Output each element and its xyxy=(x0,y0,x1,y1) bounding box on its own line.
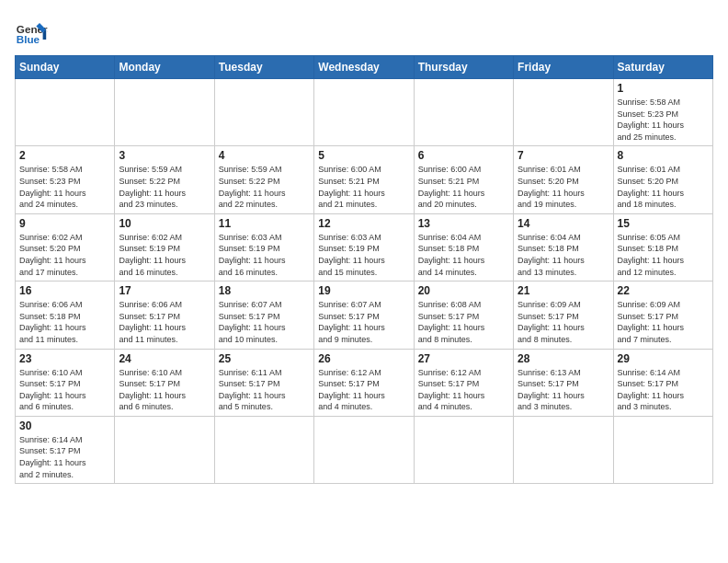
weekday-header-friday: Friday xyxy=(514,56,613,79)
calendar-cell: 21Sunrise: 6:09 AM Sunset: 5:17 PM Dayli… xyxy=(514,282,613,349)
calendar-cell: 3Sunrise: 5:59 AM Sunset: 5:22 PM Daylig… xyxy=(115,146,214,213)
calendar-cell: 2Sunrise: 5:58 AM Sunset: 5:23 PM Daylig… xyxy=(16,146,115,213)
day-number: 13 xyxy=(418,217,509,230)
day-info: Sunrise: 6:01 AM Sunset: 5:20 PM Dayligh… xyxy=(618,164,709,210)
calendar-cell: 10Sunrise: 6:02 AM Sunset: 5:19 PM Dayli… xyxy=(115,213,214,281)
day-number: 14 xyxy=(518,217,609,230)
day-number: 9 xyxy=(19,217,110,230)
weekday-header-wednesday: Wednesday xyxy=(314,56,414,79)
calendar-cell: 14Sunrise: 6:04 AM Sunset: 5:18 PM Dayli… xyxy=(514,213,613,281)
day-number: 26 xyxy=(318,352,409,365)
day-info: Sunrise: 6:00 AM Sunset: 5:21 PM Dayligh… xyxy=(418,164,509,210)
day-info: Sunrise: 6:02 AM Sunset: 5:19 PM Dayligh… xyxy=(119,232,210,278)
day-info: Sunrise: 6:13 AM Sunset: 5:17 PM Dayligh… xyxy=(518,367,609,413)
calendar-cell: 27Sunrise: 6:12 AM Sunset: 5:17 PM Dayli… xyxy=(414,349,513,416)
day-info: Sunrise: 6:14 AM Sunset: 5:17 PM Dayligh… xyxy=(19,434,110,480)
day-info: Sunrise: 6:04 AM Sunset: 5:18 PM Dayligh… xyxy=(418,232,509,278)
weekday-header-tuesday: Tuesday xyxy=(214,56,313,79)
day-number: 7 xyxy=(518,149,609,162)
calendar-cell xyxy=(214,79,313,146)
calendar-cell: 4Sunrise: 5:59 AM Sunset: 5:22 PM Daylig… xyxy=(214,146,313,213)
day-number: 28 xyxy=(518,352,609,365)
calendar-cell: 1Sunrise: 5:58 AM Sunset: 5:23 PM Daylig… xyxy=(613,79,712,146)
day-info: Sunrise: 5:58 AM Sunset: 5:23 PM Dayligh… xyxy=(618,97,709,143)
day-number: 27 xyxy=(418,352,509,365)
day-info: Sunrise: 6:07 AM Sunset: 5:17 PM Dayligh… xyxy=(318,299,409,345)
day-info: Sunrise: 6:07 AM Sunset: 5:17 PM Dayligh… xyxy=(219,299,310,345)
day-number: 22 xyxy=(618,284,709,297)
day-info: Sunrise: 6:10 AM Sunset: 5:17 PM Dayligh… xyxy=(19,367,110,413)
calendar-cell: 7Sunrise: 6:01 AM Sunset: 5:20 PM Daylig… xyxy=(514,146,613,213)
day-info: Sunrise: 6:11 AM Sunset: 5:17 PM Dayligh… xyxy=(219,367,310,413)
header: General Blue xyxy=(15,15,713,48)
calendar-cell: 23Sunrise: 6:10 AM Sunset: 5:17 PM Dayli… xyxy=(16,349,115,416)
day-info: Sunrise: 5:59 AM Sunset: 5:22 PM Dayligh… xyxy=(219,164,310,210)
day-info: Sunrise: 6:00 AM Sunset: 5:21 PM Dayligh… xyxy=(318,164,409,210)
day-number: 30 xyxy=(19,419,110,432)
day-number: 5 xyxy=(318,149,409,162)
calendar-cell: 17Sunrise: 6:06 AM Sunset: 5:17 PM Dayli… xyxy=(115,282,214,349)
day-info: Sunrise: 5:59 AM Sunset: 5:22 PM Dayligh… xyxy=(119,164,210,210)
day-number: 3 xyxy=(119,149,210,162)
calendar-cell: 5Sunrise: 6:00 AM Sunset: 5:21 PM Daylig… xyxy=(314,146,414,213)
day-info: Sunrise: 6:03 AM Sunset: 5:19 PM Dayligh… xyxy=(219,232,310,278)
day-info: Sunrise: 6:06 AM Sunset: 5:17 PM Dayligh… xyxy=(119,299,210,345)
calendar-cell xyxy=(214,416,313,483)
calendar-cell: 18Sunrise: 6:07 AM Sunset: 5:17 PM Dayli… xyxy=(214,282,313,349)
day-info: Sunrise: 6:10 AM Sunset: 5:17 PM Dayligh… xyxy=(119,367,210,413)
day-number: 19 xyxy=(318,284,409,297)
calendar-cell xyxy=(16,79,115,146)
weekday-header-saturday: Saturday xyxy=(613,56,712,79)
calendar-cell: 12Sunrise: 6:03 AM Sunset: 5:19 PM Dayli… xyxy=(314,213,414,281)
calendar-cell xyxy=(115,79,214,146)
day-number: 29 xyxy=(618,352,709,365)
day-info: Sunrise: 6:12 AM Sunset: 5:17 PM Dayligh… xyxy=(318,367,409,413)
calendar-cell xyxy=(613,416,712,483)
calendar-cell: 16Sunrise: 6:06 AM Sunset: 5:18 PM Dayli… xyxy=(16,282,115,349)
day-info: Sunrise: 6:06 AM Sunset: 5:18 PM Dayligh… xyxy=(19,299,110,345)
svg-text:Blue: Blue xyxy=(17,33,40,45)
calendar-cell: 19Sunrise: 6:07 AM Sunset: 5:17 PM Dayli… xyxy=(314,282,414,349)
calendar-cell: 28Sunrise: 6:13 AM Sunset: 5:17 PM Dayli… xyxy=(514,349,613,416)
day-info: Sunrise: 6:02 AM Sunset: 5:20 PM Dayligh… xyxy=(19,232,110,278)
logo: General Blue xyxy=(15,15,51,48)
day-info: Sunrise: 6:04 AM Sunset: 5:18 PM Dayligh… xyxy=(518,232,609,278)
day-number: 17 xyxy=(119,284,210,297)
calendar-cell xyxy=(414,79,513,146)
day-number: 25 xyxy=(219,352,310,365)
day-number: 15 xyxy=(618,217,709,230)
day-info: Sunrise: 6:03 AM Sunset: 5:19 PM Dayligh… xyxy=(318,232,409,278)
calendar-cell: 9Sunrise: 6:02 AM Sunset: 5:20 PM Daylig… xyxy=(16,213,115,281)
calendar-cell: 20Sunrise: 6:08 AM Sunset: 5:17 PM Dayli… xyxy=(414,282,513,349)
day-number: 16 xyxy=(19,284,110,297)
day-number: 24 xyxy=(119,352,210,365)
day-info: Sunrise: 6:01 AM Sunset: 5:20 PM Dayligh… xyxy=(518,164,609,210)
day-number: 1 xyxy=(618,82,709,95)
day-number: 23 xyxy=(19,352,110,365)
calendar-cell: 13Sunrise: 6:04 AM Sunset: 5:18 PM Dayli… xyxy=(414,213,513,281)
day-info: Sunrise: 5:58 AM Sunset: 5:23 PM Dayligh… xyxy=(19,164,110,210)
day-number: 10 xyxy=(119,217,210,230)
calendar-cell xyxy=(314,79,414,146)
day-info: Sunrise: 6:05 AM Sunset: 5:18 PM Dayligh… xyxy=(618,232,709,278)
day-info: Sunrise: 6:09 AM Sunset: 5:17 PM Dayligh… xyxy=(518,299,609,345)
calendar: SundayMondayTuesdayWednesdayThursdayFrid… xyxy=(15,55,713,484)
calendar-cell xyxy=(115,416,214,483)
calendar-cell: 22Sunrise: 6:09 AM Sunset: 5:17 PM Dayli… xyxy=(613,282,712,349)
day-info: Sunrise: 6:09 AM Sunset: 5:17 PM Dayligh… xyxy=(618,299,709,345)
weekday-header-monday: Monday xyxy=(115,56,214,79)
day-number: 2 xyxy=(19,149,110,162)
weekday-header-thursday: Thursday xyxy=(414,56,513,79)
day-number: 8 xyxy=(618,149,709,162)
calendar-cell xyxy=(314,416,414,483)
day-info: Sunrise: 6:12 AM Sunset: 5:17 PM Dayligh… xyxy=(418,367,509,413)
day-number: 12 xyxy=(318,217,409,230)
day-number: 4 xyxy=(219,149,310,162)
calendar-cell: 30Sunrise: 6:14 AM Sunset: 5:17 PM Dayli… xyxy=(16,416,115,483)
day-number: 21 xyxy=(518,284,609,297)
calendar-cell: 8Sunrise: 6:01 AM Sunset: 5:20 PM Daylig… xyxy=(613,146,712,213)
day-info: Sunrise: 6:14 AM Sunset: 5:17 PM Dayligh… xyxy=(618,367,709,413)
calendar-cell: 25Sunrise: 6:11 AM Sunset: 5:17 PM Dayli… xyxy=(214,349,313,416)
calendar-cell xyxy=(414,416,513,483)
day-number: 20 xyxy=(418,284,509,297)
